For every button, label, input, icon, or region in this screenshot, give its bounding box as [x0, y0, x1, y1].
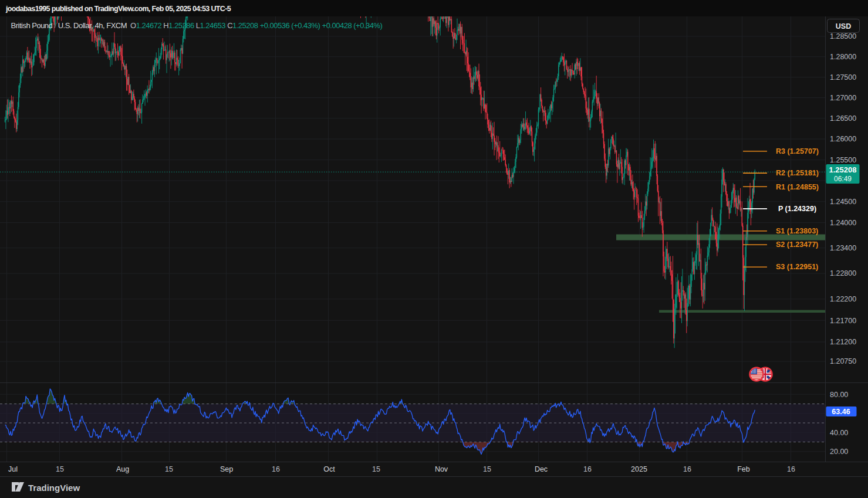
svg-text:S2 (1.23477): S2 (1.23477) [776, 240, 818, 249]
svg-text:Aug: Aug [116, 465, 129, 473]
svg-text:S3 (1.22951): S3 (1.22951) [776, 263, 818, 271]
svg-text:Jul: Jul [8, 465, 18, 473]
svg-text:15: 15 [372, 465, 380, 473]
svg-text:16: 16 [787, 465, 795, 473]
svg-text:Sep: Sep [220, 465, 233, 473]
svg-text:20.00: 20.00 [830, 448, 848, 456]
svg-text:15: 15 [56, 465, 64, 473]
svg-text:1.24000: 1.24000 [830, 219, 856, 227]
svg-text:Feb: Feb [737, 465, 750, 473]
svg-text:Oct: Oct [323, 465, 335, 473]
svg-text:40.00: 40.00 [830, 429, 848, 437]
svg-text:joodabas1995 published on Trad: joodabas1995 published on TradingView.co… [5, 5, 231, 13]
svg-text:1.22800: 1.22800 [830, 269, 856, 277]
svg-text:80.00: 80.00 [830, 391, 848, 399]
svg-text:1.28500: 1.28500 [830, 32, 856, 40]
svg-text:2025: 2025 [631, 465, 647, 473]
svg-text:1.27500: 1.27500 [830, 73, 856, 82]
svg-text:Nov: Nov [435, 465, 448, 473]
svg-text:1.26000: 1.26000 [830, 135, 856, 143]
svg-text:Dec: Dec [535, 465, 548, 473]
svg-text:P (1.24329): P (1.24329) [778, 205, 816, 213]
svg-text:16: 16 [583, 465, 592, 473]
svg-text:USD: USD [836, 22, 851, 31]
svg-text:1.20750: 1.20750 [830, 357, 856, 365]
svg-text:06:49: 06:49 [834, 175, 852, 183]
svg-text:1.25208: 1.25208 [829, 165, 857, 174]
svg-text:1.22200: 1.22200 [830, 295, 856, 303]
svg-text:1.23400: 1.23400 [830, 244, 856, 252]
svg-text:R2 (1.25181): R2 (1.25181) [776, 169, 819, 177]
svg-text:British Pound / U.S. Dollar, 4: British Pound / U.S. Dollar, 4h, FXCM O1… [11, 21, 383, 30]
svg-text:1.24500: 1.24500 [830, 198, 856, 206]
svg-text:TradingView: TradingView [28, 483, 80, 493]
svg-text:R3 (1.25707): R3 (1.25707) [776, 147, 819, 155]
svg-text:1.21200: 1.21200 [830, 338, 856, 346]
svg-text:1.25500: 1.25500 [830, 156, 856, 164]
svg-text:63.46: 63.46 [832, 408, 850, 416]
svg-text:16: 16 [272, 465, 280, 473]
svg-text:1.21700: 1.21700 [830, 317, 856, 325]
svg-text:15: 15 [483, 465, 491, 473]
svg-text:1.26500: 1.26500 [830, 114, 856, 123]
svg-text:1.27000: 1.27000 [830, 94, 856, 102]
svg-text:R1 (1.24855): R1 (1.24855) [776, 183, 819, 191]
svg-text:15: 15 [165, 465, 173, 473]
svg-text:1.28000: 1.28000 [830, 53, 856, 61]
svg-text:S1 (1.23803): S1 (1.23803) [776, 227, 818, 235]
svg-text:16: 16 [683, 465, 691, 473]
